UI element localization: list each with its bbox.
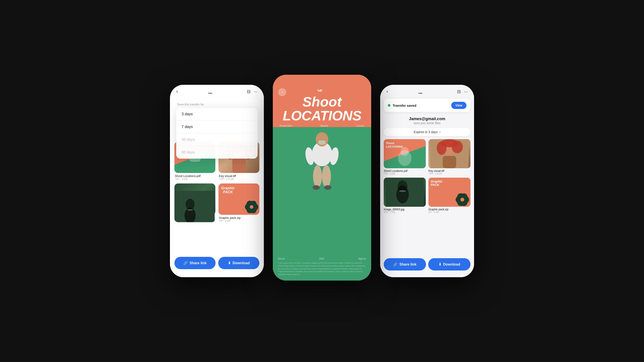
bookmark-icon-right[interactable]: ⊟ <box>457 89 461 94</box>
dropdown-item-30days[interactable]: 30 days <box>176 133 258 146</box>
share-icon-right: 🔗 <box>393 262 398 266</box>
right-file-name-graphicpack: Graphic pack.zip <box>428 208 470 211</box>
file-item-keyviz-right[interactable]: Key visual.tiff TIFF · 2.9 GB <box>428 139 470 175</box>
chevron-right-icon: › <box>440 130 440 134</box>
img3-svg <box>384 178 426 207</box>
share-link-button-right[interactable]: 🔗 Share link <box>384 258 426 270</box>
t-graphicpack: GraphicPACK <box>428 178 470 207</box>
screen-left: ‹ we ⊟ ··· Save this transfer for 3 days… <box>170 85 264 277</box>
dropdown-item-60days[interactable]: 60 days <box>176 146 258 159</box>
center-image-area: Beccie 2024 Agency Lorem Ipsum Dolor Sit… <box>273 127 371 280</box>
right-file-name-shoot: Shoot Locations.pdf <box>384 169 426 173</box>
file-item-img3-right[interactable]: Image_00003.jpg JPG · 1 GB <box>384 178 426 213</box>
bookmark-icon-left[interactable]: ⊟ <box>247 89 251 94</box>
t-keyviz <box>428 139 470 168</box>
svg-point-29 <box>401 147 409 156</box>
city-madrid: Madrid <box>320 124 328 127</box>
file-item-img3-left[interactable]: Image_00003.jpg JPG · 1 GB <box>174 183 215 222</box>
share-icon-left: 🔗 <box>183 261 188 265</box>
svg-point-10 <box>186 199 194 210</box>
person-topdown-svg <box>298 127 346 203</box>
view-button[interactable]: View <box>451 102 466 109</box>
svg-rect-26 <box>318 141 326 145</box>
thumb-img3-right <box>384 178 426 207</box>
right-file-meta-graphicpack: ZIP · 2 GB <box>428 211 470 213</box>
notch-left <box>199 85 235 93</box>
svg-point-11 <box>188 209 193 211</box>
file-item-graphicpack-right[interactable]: GraphicPACK <box>428 178 470 213</box>
keyviz-svg <box>428 139 470 168</box>
more-icon-left[interactable]: ··· <box>254 89 258 94</box>
footer-year: 2024 <box>319 257 324 260</box>
main-scene: ‹ we ⊟ ··· Save this transfer for 3 days… <box>170 82 474 280</box>
dropdown-item-3days[interactable]: 3 days <box>176 108 258 121</box>
thumb-shoot-right: ShootLOCATIONS <box>384 139 426 168</box>
svg-point-38 <box>398 180 408 192</box>
notch-center <box>304 75 340 83</box>
phone-left: ‹ we ⊟ ··· Save this transfer for 3 days… <box>170 85 264 277</box>
dropdown-card: 3 days 7 days 30 days 60 days <box>176 108 258 159</box>
sender-sub: sent you some files <box>380 121 474 125</box>
center-footer-row: Beccie 2024 Agency <box>278 257 366 260</box>
gp-leaf-right <box>453 189 470 207</box>
more-icon-right[interactable]: ··· <box>464 89 468 94</box>
svg-point-44 <box>460 198 464 202</box>
logo-center: we <box>318 86 326 93</box>
svg-point-34 <box>440 139 458 147</box>
svg-point-16 <box>250 205 253 209</box>
back-button-right[interactable]: ‹ <box>386 89 388 94</box>
file-item-graphicpack-left[interactable]: GraphicPACK Graphic pac <box>218 183 260 222</box>
file-name-keyviz-left: Key visual.tiff <box>218 174 260 178</box>
dropdown-label: Save this transfer for <box>176 103 258 106</box>
svg-rect-4 <box>232 156 246 173</box>
right-file-meta-shoot: PDF · 3 GB <box>384 173 426 175</box>
back-button-left[interactable]: ‹ <box>176 89 178 94</box>
screen-right: ‹ we ⊟ ··· Transfer saved View James@gma… <box>380 85 474 277</box>
phone-right: ‹ we ⊟ ··· Transfer saved View James@gma… <box>380 85 474 277</box>
share-link-button-left[interactable]: 🔗 Share link <box>174 257 216 269</box>
file-item-shoot-right[interactable]: ShootLOCATIONS Shoot Locations.pdf PDF ·… <box>384 139 426 175</box>
svg-rect-35 <box>443 156 456 168</box>
file-name-shoot-left: Shoot Locations.pdf <box>174 174 215 178</box>
transfer-saved-text: Transfer saved <box>393 104 449 107</box>
gp-text-right: GraphicPACK <box>431 180 442 187</box>
notch-right <box>409 85 445 93</box>
center-logo-area: we <box>273 86 371 93</box>
top-icons-left: ⊟ ··· <box>247 89 258 94</box>
shoot-title-line2: LOCATIONS <box>280 109 364 123</box>
sender-email: James@gmail.com <box>380 117 474 121</box>
screen-center: ‹ we Shoot LOCATIONS Amsterdam Madrid Lo… <box>273 75 371 280</box>
download-icon-left: ⬇ <box>228 261 231 265</box>
thumb-graphicpack-left: GraphicPACK <box>218 183 260 215</box>
footer-label-right: Agency <box>358 257 366 260</box>
top-icons-right: ⊟ ··· <box>457 89 468 94</box>
sender-info: James@gmail.com sent you some files <box>380 114 474 126</box>
footer-label-left: Beccie <box>278 257 285 260</box>
bottom-bar-right: 🔗 Share link ⬇ Download <box>380 255 474 277</box>
back-button-center[interactable]: ‹ <box>278 88 286 96</box>
svg-point-39 <box>399 190 406 192</box>
thumb-graphicpack-right: GraphicPACK <box>428 178 470 207</box>
download-button-left[interactable]: ⬇ Download <box>218 257 260 269</box>
svg-point-22 <box>313 165 322 187</box>
phone-center: ‹ we Shoot LOCATIONS Amsterdam Madrid Lo… <box>273 75 371 280</box>
expires-text: Expires in 3 days <box>414 130 438 134</box>
city-amsterdam: Amsterdam <box>280 124 292 127</box>
right-file-name-img3: Image_00003.jpg <box>384 208 426 211</box>
dropdown-item-7days[interactable]: 7 days <box>176 121 258 133</box>
right-file-name-keyviz: Key visual.tiff <box>428 169 470 173</box>
download-icon-right: ⬇ <box>438 262 442 266</box>
t-img3 <box>384 178 426 207</box>
shoot-svg-right <box>384 139 426 168</box>
file-name-graphicpack-left: Graphic pack.zip <box>218 216 260 219</box>
expires-pill[interactable]: Expires in 3 days › <box>384 128 470 136</box>
transfer-saved-banner: Transfer saved View <box>384 99 470 112</box>
file-grid-right: ShootLOCATIONS Shoot Locations.pdf PDF ·… <box>380 138 474 213</box>
dropdown-overlay: Save this transfer for 3 days 7 days 30 … <box>176 103 258 159</box>
city-london: London <box>356 124 364 127</box>
download-button-right[interactable]: ⬇ Download <box>428 258 470 270</box>
file-meta-keyviz-left: TIFF · 3.9 GB <box>218 178 260 180</box>
svg-point-23 <box>322 165 331 187</box>
shoot-title: Shoot LOCATIONS <box>273 93 371 123</box>
file-meta-shoot-left: PDF · 3 GB <box>174 178 215 180</box>
